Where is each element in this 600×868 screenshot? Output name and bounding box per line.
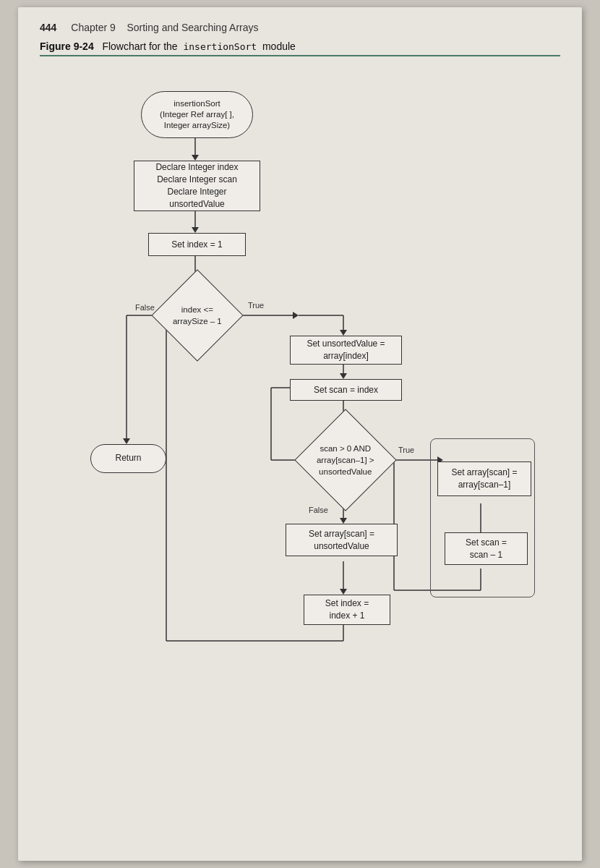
- set-index-inc-rect: Set index = index + 1: [304, 595, 390, 625]
- declare-rect: Declare Integer index Declare Integer sc…: [134, 161, 260, 211]
- diamond2: scan > 0 AND array[scan–1] > unsortedVal…: [294, 409, 396, 511]
- svg-marker-38: [340, 330, 347, 336]
- chapter-label: Chapter 9 Sorting and Searching Arrays: [71, 22, 258, 33]
- svg-marker-1: [192, 155, 199, 161]
- start-oval: insertionSort (Integer Ref array[ ], Int…: [141, 91, 253, 138]
- flowchart-area: True False: [54, 69, 546, 829]
- set-array-scan-rect: Set array[scan] = array[scan–1]: [437, 461, 531, 496]
- figure-title: Figure 9-24 Flowchart for the insertionS…: [40, 41, 560, 56]
- set-scan-dec-rect: Set scan = scan – 1: [445, 532, 528, 565]
- set-unsorted-rect: Set unsortedValue = array[index]: [290, 336, 402, 365]
- page-header: 444 Chapter 9 Sorting and Searching Arra…: [40, 22, 560, 33]
- svg-marker-30: [340, 589, 347, 595]
- page: 444 Chapter 9 Sorting and Searching Arra…: [18, 7, 582, 861]
- set-array-unsorted-rect: Set array[scan] = unsortedValue: [286, 524, 398, 556]
- svg-marker-7: [293, 312, 299, 319]
- set-scan-rect: Set scan = index: [290, 379, 402, 401]
- svg-marker-11: [123, 438, 130, 444]
- flowchart: True False: [54, 69, 546, 829]
- svg-marker-28: [340, 518, 347, 524]
- svg-marker-3: [192, 227, 199, 233]
- set-index-rect: Set index = 1: [148, 233, 246, 256]
- svg-text:False: False: [309, 506, 328, 514]
- diamond1-wrapper: index <= arraySize – 1: [137, 285, 257, 346]
- diamond1: index <= arraySize – 1: [151, 269, 243, 361]
- return-oval: Return: [90, 444, 166, 473]
- svg-marker-14: [340, 373, 347, 379]
- page-number: 444: [40, 22, 56, 33]
- diamond2-wrapper: scan > 0 AND array[scan–1] > unsortedVal…: [286, 424, 405, 496]
